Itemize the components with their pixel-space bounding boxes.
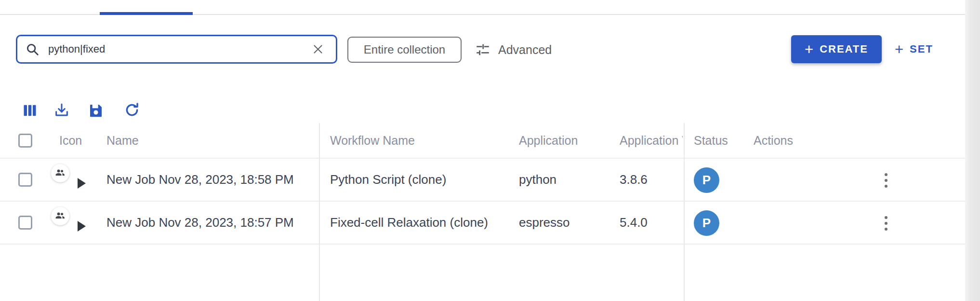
group-badge-icon xyxy=(51,164,69,182)
search-input[interactable] xyxy=(48,43,311,55)
play-icon xyxy=(78,221,86,232)
job-application-version: 5.4.0 xyxy=(620,202,648,244)
active-tab-indicator[interactable] xyxy=(100,12,193,15)
job-name: New Job Nov 28, 2023, 18:58 PM xyxy=(106,159,294,201)
download-icon[interactable] xyxy=(53,102,70,119)
select-all-checkbox[interactable] xyxy=(18,134,32,148)
jobs-table: Icon Name Workflow Name Application Appl… xyxy=(0,123,965,245)
row-actions-menu-icon[interactable] xyxy=(873,159,899,202)
refresh-icon[interactable] xyxy=(123,101,141,119)
job-workflow: Fixed-cell Relaxation (clone) xyxy=(330,202,488,244)
scrollbar[interactable] xyxy=(965,0,980,301)
header-actions[interactable]: Actions xyxy=(754,123,793,158)
create-label: CREATE xyxy=(820,43,868,55)
job-name: New Job Nov 28, 2023, 18:57 PM xyxy=(106,202,294,244)
column-view-icon[interactable] xyxy=(21,102,39,119)
header-name[interactable]: Name xyxy=(106,123,139,158)
pinned-left-divider xyxy=(319,123,320,301)
table-header-row: Icon Name Workflow Name Application Appl… xyxy=(0,123,965,159)
plus-icon: + xyxy=(805,42,813,57)
plus-icon: + xyxy=(895,42,903,57)
status-badge: P xyxy=(694,210,719,236)
search-box[interactable] xyxy=(16,35,337,64)
header-icon[interactable]: Icon xyxy=(59,123,82,158)
row-actions-menu-icon[interactable] xyxy=(873,202,899,245)
job-application: espresso xyxy=(519,202,570,244)
job-workflow: Python Script (clone) xyxy=(330,159,446,201)
advanced-label: Advanced xyxy=(498,43,552,57)
clear-icon[interactable] xyxy=(311,42,325,56)
set-label: SET xyxy=(910,43,933,55)
create-button[interactable]: + CREATE xyxy=(791,35,882,63)
job-application-version: 3.8.6 xyxy=(620,159,648,201)
header-application-version[interactable]: Application V xyxy=(620,123,683,158)
search-icon xyxy=(25,42,40,56)
jobs-page: Entire collection Advanced + CREATE + SE… xyxy=(0,0,980,301)
group-badge-icon xyxy=(51,207,69,225)
row-checkbox[interactable] xyxy=(18,173,32,187)
header-workflow-name[interactable]: Workflow Name xyxy=(330,123,415,158)
job-workflow-icon xyxy=(50,164,87,193)
pinned-right-divider xyxy=(684,123,685,301)
advanced-filter-button[interactable]: Advanced xyxy=(475,37,552,63)
header-application[interactable]: Application xyxy=(519,123,578,158)
status-badge: P xyxy=(694,167,719,193)
row-checkbox[interactable] xyxy=(18,216,32,230)
header-status[interactable]: Status xyxy=(694,123,728,158)
table-row[interactable]: New Job Nov 28, 2023, 18:58 PM Python Sc… xyxy=(0,159,965,202)
save-icon[interactable] xyxy=(87,102,105,119)
tune-icon xyxy=(475,41,491,58)
job-workflow-icon xyxy=(50,207,87,236)
play-icon xyxy=(78,178,86,189)
entire-collection-button[interactable]: Entire collection xyxy=(347,37,462,63)
set-button[interactable]: + SET xyxy=(895,35,933,63)
job-application: python xyxy=(519,159,556,201)
table-row[interactable]: New Job Nov 28, 2023, 18:57 PM Fixed-cel… xyxy=(0,202,965,245)
